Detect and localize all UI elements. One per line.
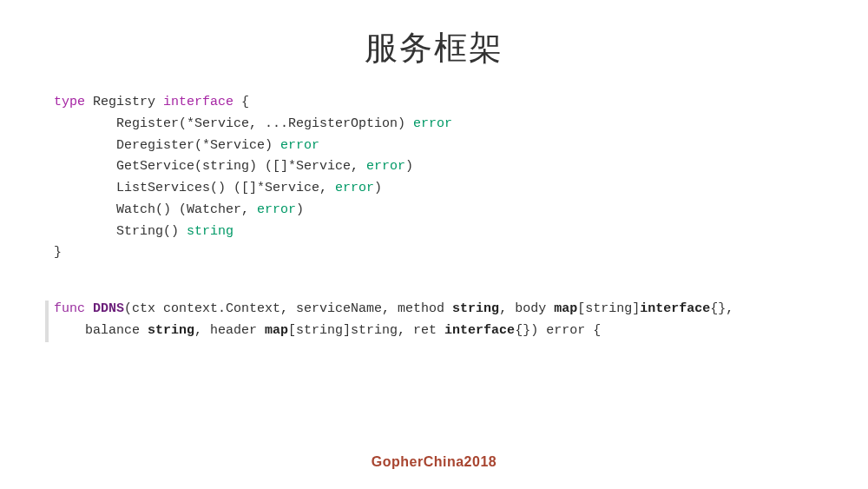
keyword-string: string bbox=[187, 224, 233, 239]
code-text: ) bbox=[374, 181, 382, 195]
code-text: [string] bbox=[577, 301, 640, 316]
code-text: balance bbox=[54, 323, 148, 338]
keyword-error: error bbox=[413, 116, 452, 131]
code-text: ) bbox=[405, 159, 413, 174]
code-text: Register(*Service, ...RegisterOption) bbox=[54, 116, 413, 131]
function-name: DDNS bbox=[93, 301, 124, 316]
keyword-func: func bbox=[54, 301, 85, 316]
keyword-error: error bbox=[280, 138, 319, 153]
keyword-error: error bbox=[366, 159, 405, 174]
keyword-interface: interface bbox=[163, 95, 233, 109]
keyword-map: map bbox=[265, 323, 288, 338]
keyword-interface: interface bbox=[640, 301, 710, 316]
keyword-error: error bbox=[335, 181, 374, 195]
keyword-type: type bbox=[54, 95, 85, 109]
code-text: { bbox=[233, 95, 249, 109]
code-text: , body bbox=[499, 301, 554, 316]
code-text: , header bbox=[194, 323, 265, 338]
code-block-registry: type Registry interface { Register(*Serv… bbox=[0, 92, 868, 264]
code-text: {}, bbox=[710, 301, 733, 316]
keyword-string: string bbox=[452, 301, 499, 316]
code-text: ) bbox=[296, 202, 304, 217]
code-text: [string]string, ret bbox=[288, 323, 444, 338]
code-text: Deregister(*Service) bbox=[54, 138, 280, 153]
code-block-ddns: func DDNS(ctx context.Context, serviceNa… bbox=[0, 299, 868, 342]
code-text: Watch() (Watcher, bbox=[54, 202, 257, 217]
keyword-interface: interface bbox=[444, 323, 515, 338]
code-text: {}) error { bbox=[515, 323, 601, 338]
keyword-string: string bbox=[148, 323, 194, 338]
code-text: (ctx context.Context, serviceName, metho… bbox=[124, 301, 452, 316]
keyword-error: error bbox=[257, 202, 296, 217]
cursor-marker bbox=[45, 301, 49, 342]
footer-text: GopherChina2018 bbox=[0, 454, 868, 470]
keyword-map: map bbox=[554, 301, 577, 316]
code-text: } bbox=[54, 245, 62, 260]
slide-title: 服务框架 bbox=[0, 0, 868, 92]
code-text bbox=[85, 301, 93, 316]
code-text: Registry bbox=[85, 95, 163, 109]
code-text: String() bbox=[54, 224, 187, 239]
code-text: GetService(string) ([]*Service, bbox=[54, 159, 366, 174]
code-text: ListServices() ([]*Service, bbox=[54, 181, 335, 195]
